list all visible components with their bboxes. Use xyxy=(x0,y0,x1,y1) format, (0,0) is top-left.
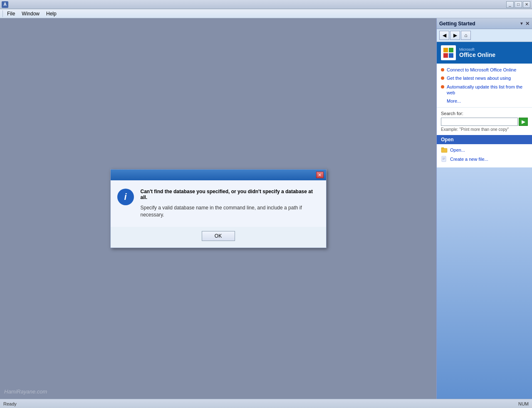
maximize-button[interactable]: □ xyxy=(515,1,522,8)
open-link[interactable]: Open... xyxy=(450,147,465,152)
dialog-close-button[interactable]: ✕ xyxy=(316,172,324,178)
status-bar: Ready NUM xyxy=(0,399,532,408)
link-auto-update[interactable]: Automatically update this list from the … xyxy=(447,84,528,96)
office-ms-label: Microsoft xyxy=(459,47,495,52)
list-item: Get the latest news about using xyxy=(441,75,528,81)
open-folder-icon xyxy=(441,147,448,153)
link-latest-news[interactable]: Get the latest news about using xyxy=(447,75,511,81)
dialog-main-text: Can't find the database you specified, o… xyxy=(141,189,319,200)
main-layout: ✕ i Can't find the database you specifie… xyxy=(0,18,532,399)
title-bar-left: A xyxy=(2,1,8,8)
dialog-title-bar: ✕ xyxy=(111,170,326,180)
bullet-dot xyxy=(441,68,444,71)
close-button[interactable]: ✕ xyxy=(523,1,530,8)
panel-header-controls: ▼ ✕ xyxy=(520,21,530,27)
panel-back-button[interactable]: ◀ xyxy=(439,31,449,40)
panel-dropdown-button[interactable]: ▼ xyxy=(520,21,524,26)
status-num: NUM xyxy=(518,401,529,406)
panel-links: Connect to Microsoft Office Online Get t… xyxy=(437,64,532,107)
menu-window[interactable]: Window xyxy=(18,10,43,17)
create-new-file-link[interactable]: Create a new file... xyxy=(450,157,488,162)
dialog-content: i Can't find the database you specified,… xyxy=(117,189,319,219)
svg-rect-1 xyxy=(441,147,444,149)
office-logo-area: Microsoft Office Online xyxy=(437,42,532,64)
office-name-label: Office Online xyxy=(459,52,495,58)
title-bar-controls: _ □ ✕ xyxy=(506,1,530,8)
office-logo-box xyxy=(441,45,456,60)
logo-q1 xyxy=(443,48,448,52)
panel-header: Getting Started ▼ ✕ xyxy=(437,18,532,29)
svg-rect-0 xyxy=(441,148,447,152)
error-dialog: ✕ i Can't find the database you specifie… xyxy=(110,169,327,248)
bullet-dot xyxy=(441,76,444,80)
panel-home-button[interactable]: ⌂ xyxy=(461,31,471,40)
open-links: Open... Create a new file... xyxy=(437,144,532,167)
panel-title: Getting Started xyxy=(439,21,475,27)
menu-file[interactable]: File xyxy=(4,10,18,17)
dialog-body: i Can't find the database you specified,… xyxy=(111,180,326,227)
office-text: Microsoft Office Online xyxy=(459,47,495,58)
dialog-sub-text: Specify a valid database name in the com… xyxy=(141,204,319,219)
search-row: ▶ xyxy=(441,118,528,126)
search-input[interactable] xyxy=(441,118,518,126)
logo-q2 xyxy=(449,48,453,52)
panel-close-button[interactable]: ✕ xyxy=(525,21,530,27)
menu-bar: File Window Help xyxy=(0,9,532,18)
logo-q3 xyxy=(443,53,448,58)
watermark: HamiRayane.com xyxy=(4,388,47,395)
dialog-info-icon: i xyxy=(117,189,134,205)
search-section: Search for: ▶ Example: "Print more than … xyxy=(437,107,532,135)
office-logo xyxy=(443,48,453,58)
list-item: Create a new file... xyxy=(441,156,528,162)
search-button[interactable]: ▶ xyxy=(519,118,528,126)
bullet-dot xyxy=(441,85,444,88)
right-panel: Getting Started ▼ ✕ ◀ ▶ ⌂ Mic xyxy=(436,18,532,399)
new-file-icon xyxy=(441,156,448,162)
search-label: Search for: xyxy=(441,111,528,116)
dialog-text-area: Can't find the database you specified, o… xyxy=(141,189,319,219)
app-icon: A xyxy=(2,1,8,8)
list-item: Open... xyxy=(441,147,528,153)
menu-help[interactable]: Help xyxy=(43,10,60,17)
title-bar: A _ □ ✕ xyxy=(0,0,532,9)
link-connect-office[interactable]: Connect to Microsoft Office Online xyxy=(447,67,516,73)
panel-forward-button[interactable]: ▶ xyxy=(450,31,460,40)
status-text: Ready xyxy=(3,401,17,406)
list-item: Connect to Microsoft Office Online xyxy=(441,67,528,73)
logo-q4 xyxy=(449,53,453,58)
panel-nav: ◀ ▶ ⌂ xyxy=(437,29,532,42)
more-link[interactable]: More... xyxy=(447,98,461,103)
menu-separator xyxy=(2,10,3,17)
dialog-overlay: ✕ i Can't find the database you specifie… xyxy=(0,18,436,399)
dialog-footer: OK xyxy=(111,227,326,248)
main-content: ✕ i Can't find the database you specifie… xyxy=(0,18,436,399)
open-section-header: Open xyxy=(437,135,532,144)
list-item: Automatically update this list from the … xyxy=(441,84,528,96)
minimize-button[interactable]: _ xyxy=(506,1,514,8)
search-example: Example: "Print more than one copy" xyxy=(441,127,528,132)
dialog-ok-button[interactable]: OK xyxy=(202,231,235,241)
